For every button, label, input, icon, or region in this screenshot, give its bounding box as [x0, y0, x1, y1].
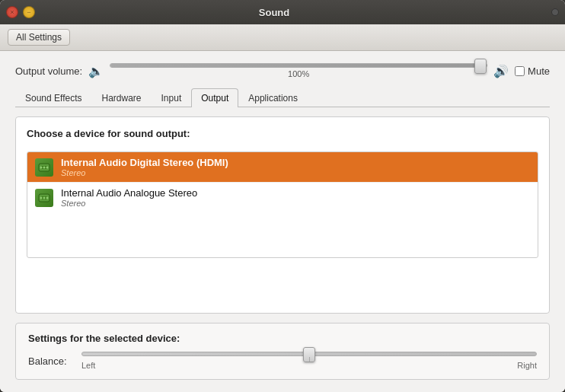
window-title: Sound — [0, 7, 551, 18]
volume-slider-track[interactable] — [110, 63, 487, 68]
device-subtitle-hdmi: Stereo — [61, 168, 228, 177]
balance-right-label: Right — [517, 361, 537, 370]
mute-label: Mute — [528, 65, 550, 77]
device-info-hdmi: Internal Audio Digital Stereo (HDMI) Ste… — [61, 157, 228, 177]
tab-hardware[interactable]: Hardware — [92, 88, 152, 107]
all-settings-button[interactable]: All Settings — [8, 29, 70, 46]
balance-center-tick — [309, 357, 310, 362]
content-area: Output volume: 🔈 100% 🔊 Mute Sound Effec… — [0, 51, 565, 392]
svg-point-7 — [40, 196, 43, 199]
tab-output[interactable]: Output — [191, 88, 238, 107]
main-window: × − Sound All Settings Output volume: 🔈 … — [0, 0, 565, 392]
svg-point-8 — [43, 196, 46, 199]
balance-left-label: Left — [81, 361, 95, 370]
balance-track[interactable] — [81, 352, 537, 356]
volume-low-icon: 🔈 — [88, 64, 104, 78]
settings-section-title: Settings for the selected device: — [28, 333, 537, 344]
volume-slider-fill — [110, 64, 487, 67]
balance-label: Balance: — [28, 355, 74, 367]
mute-area: Mute — [515, 65, 550, 77]
device-subtitle-analogue: Stereo — [61, 199, 197, 208]
svg-point-2 — [40, 166, 43, 168]
device-item-hdmi[interactable]: Internal Audio Digital Stereo (HDMI) Ste… — [27, 152, 538, 183]
volume-slider-container: 100% — [110, 63, 487, 78]
output-panel: Choose a device for sound output: — [15, 116, 550, 314]
volume-row: Output volume: 🔈 100% 🔊 Mute — [15, 63, 550, 78]
volume-high-icon: 🔊 — [493, 64, 509, 78]
tab-input[interactable]: Input — [152, 88, 192, 107]
svg-point-4 — [46, 166, 49, 168]
device-icon-analogue — [35, 189, 53, 207]
balance-row: Balance: Left Right — [28, 352, 537, 370]
toolbar: All Settings — [0, 24, 565, 51]
choose-device-title: Choose a device for sound output: — [27, 128, 538, 139]
balance-slider-wrap: Left Right — [81, 352, 537, 370]
device-info-analogue: Internal Audio Analogue Stereo Stereo — [61, 187, 197, 208]
output-volume-label: Output volume: — [15, 65, 82, 77]
device-name-hdmi: Internal Audio Digital Stereo (HDMI) — [61, 157, 228, 168]
tab-sound-effects[interactable]: Sound Effects — [15, 88, 92, 107]
device-icon-hdmi — [35, 158, 53, 177]
mute-checkbox[interactable] — [515, 66, 525, 76]
device-list: Internal Audio Digital Stereo (HDMI) Ste… — [27, 151, 538, 258]
device-item-analogue[interactable]: Internal Audio Analogue Stereo Stereo — [27, 183, 538, 212]
status-indicator — [551, 8, 559, 16]
settings-section: Settings for the selected device: Balanc… — [15, 323, 550, 380]
tab-applications[interactable]: Applications — [238, 88, 308, 107]
svg-point-3 — [43, 166, 46, 168]
device-name-analogue: Internal Audio Analogue Stereo — [61, 187, 197, 199]
titlebar: × − Sound — [0, 0, 565, 24]
volume-percent-label: 100% — [288, 69, 309, 78]
tabs-bar: Sound Effects Hardware Input Output Appl… — [15, 88, 550, 107]
svg-point-9 — [46, 196, 49, 199]
volume-slider-thumb[interactable] — [474, 59, 487, 74]
